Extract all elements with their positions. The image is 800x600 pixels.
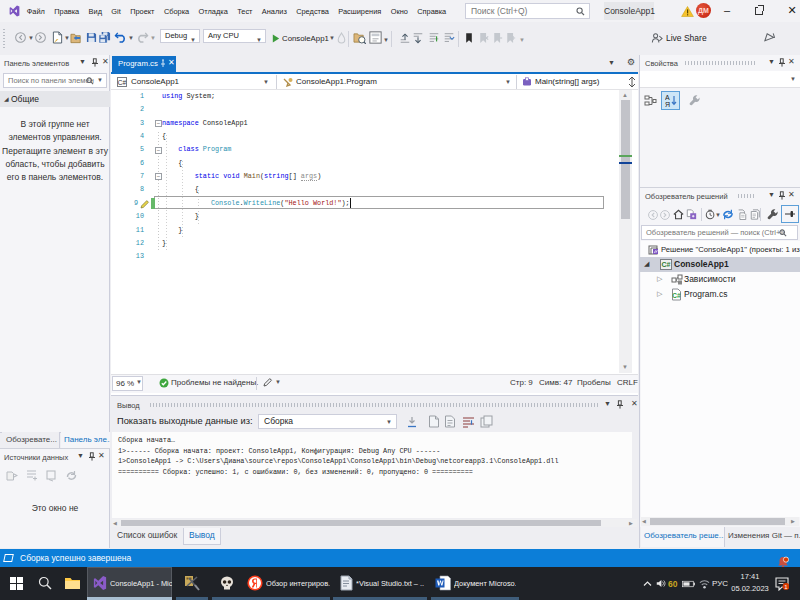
svg-text:А: А bbox=[665, 94, 670, 101]
svg-text:Я: Я bbox=[665, 101, 670, 107]
svg-text:C#: C# bbox=[672, 292, 681, 299]
svg-text:C#: C# bbox=[118, 79, 127, 86]
svg-text:C#: C# bbox=[662, 261, 671, 268]
